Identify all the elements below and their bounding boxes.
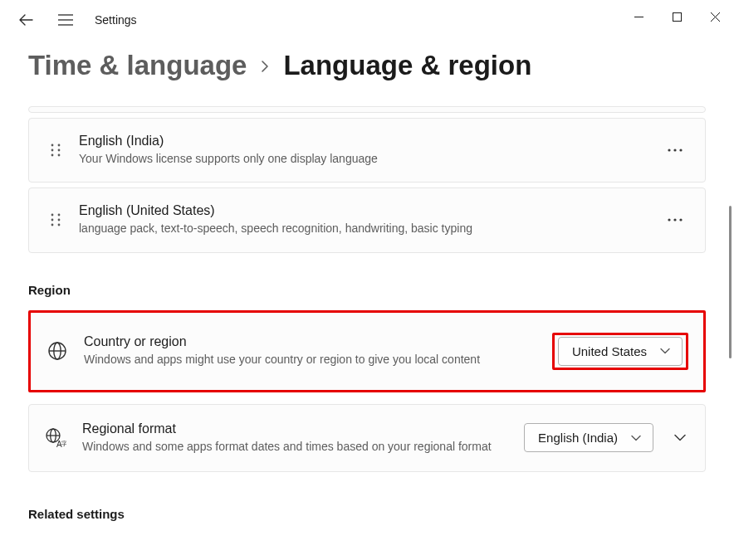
svg-point-7 [51,144,54,147]
svg-point-16 [51,214,54,217]
breadcrumb: Time & language Language & region [0,40,734,91]
chevron-down-icon [674,434,686,441]
minimize-icon [634,12,643,22]
svg-point-15 [679,149,682,152]
language-item[interactable]: English (United States) language pack, t… [28,187,706,252]
format-subtitle: Windows and some apps format dates and t… [82,438,497,455]
regional-format-card[interactable]: A字 Regional format Windows and some apps… [28,404,706,472]
language-item[interactable]: English (India) Your Windows license sup… [28,118,706,183]
drag-handle-icon[interactable] [42,212,69,227]
language-text: English (United States) language pack, t… [79,203,660,236]
close-icon [711,12,720,22]
country-title: Country or region [84,334,552,349]
svg-point-17 [58,214,61,217]
breadcrumb-current: Language & region [283,50,531,81]
related-heading: Related settings [28,507,706,521]
globe-icon [44,341,71,361]
format-title: Regional format [82,421,524,436]
window-controls [619,0,734,33]
back-button[interactable] [15,9,37,31]
svg-point-22 [668,219,670,222]
svg-point-13 [668,149,670,152]
scrollbar[interactable] [724,108,734,539]
minimize-button[interactable] [619,2,658,32]
more-icon [668,218,683,222]
country-text: Country or region Windows and apps might… [84,334,552,368]
expand-button[interactable] [670,428,690,448]
format-dropdown[interactable]: English (India) [524,423,653,452]
clipped-card [28,106,706,113]
svg-point-19 [58,219,61,222]
scrollbar-thumb[interactable] [729,206,732,358]
chevron-down-icon [631,435,641,441]
globe-language-icon: A字 [42,427,69,449]
maximize-button[interactable] [658,2,696,32]
svg-point-8 [58,144,61,147]
svg-text:字: 字 [61,441,66,446]
drag-handle-icon[interactable] [42,143,69,158]
format-text: Regional format Windows and some apps fo… [82,421,524,455]
svg-point-21 [58,224,61,226]
country-value: United States [572,344,647,358]
country-subtitle: Windows and apps might use your country … [84,351,499,368]
more-button[interactable] [660,205,690,235]
language-title: English (United States) [79,203,660,218]
more-button[interactable] [660,135,690,165]
hamburger-icon [58,14,73,26]
svg-point-12 [58,154,61,157]
format-value: English (India) [538,431,618,445]
language-title: English (India) [79,134,660,149]
svg-point-20 [51,224,54,226]
svg-rect-1 [673,12,681,21]
svg-point-11 [51,154,54,157]
more-icon [668,149,683,152]
breadcrumb-parent[interactable]: Time & language [28,50,247,81]
svg-point-18 [51,219,54,222]
back-arrow-icon [18,12,33,27]
close-button[interactable] [696,2,734,32]
maximize-icon [673,12,682,22]
chevron-down-icon [660,348,670,354]
language-subtitle: language pack, text-to-speech, speech re… [79,220,660,236]
language-subtitle: Your Windows license supports only one d… [79,150,660,167]
svg-point-9 [51,149,54,152]
svg-point-23 [673,219,676,222]
country-dropdown-highlight: United States [552,333,688,370]
svg-point-24 [679,219,682,222]
svg-point-10 [58,149,61,152]
region-heading: Region [28,283,706,297]
language-text: English (India) Your Windows license sup… [79,134,660,167]
svg-point-14 [673,149,676,152]
app-title: Settings [95,13,137,27]
main-content: English (India) Your Windows license sup… [0,91,734,521]
country-dropdown[interactable]: United States [558,337,683,366]
country-region-card[interactable]: Country or region Windows and apps might… [28,310,706,392]
chevron-right-icon [260,58,270,77]
menu-button[interactable] [55,9,76,31]
